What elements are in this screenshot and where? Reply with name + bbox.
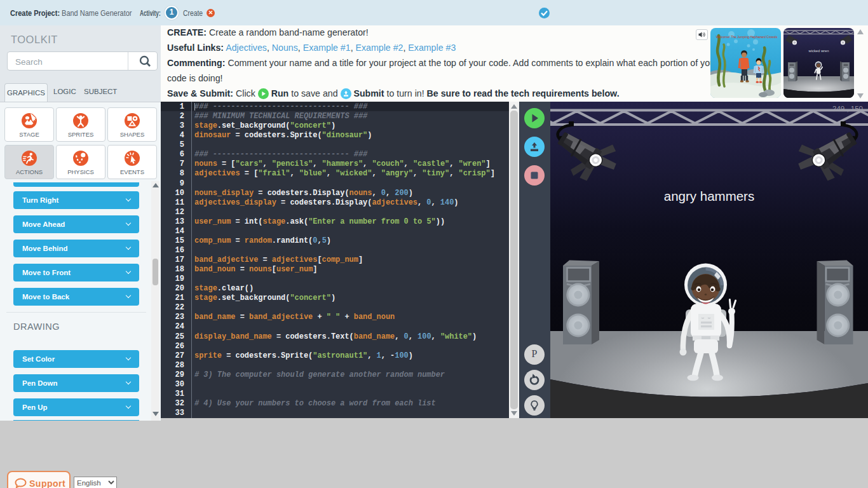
svg-text:wicked wren: wicked wren (808, 49, 829, 53)
svg-text:angry hammers: angry hammers (664, 189, 754, 203)
svg-text:Welcome! The Jumping Haphazar: Welcome! The Jumping Haphazard Crowds (716, 35, 778, 39)
